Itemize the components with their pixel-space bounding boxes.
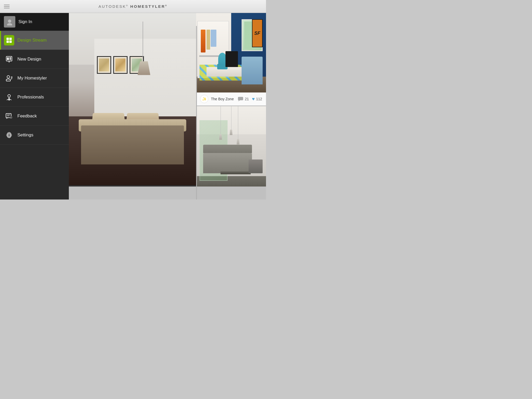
artwork-2: [113, 56, 128, 74]
artwork-group: [97, 56, 144, 74]
hamburger-line-3: [4, 8, 10, 8]
sf-giants-logo: SF: [252, 19, 262, 47]
content-area: Sign In Design Stream: [0, 13, 266, 200]
sign-in-label: Sign In: [18, 19, 32, 24]
svg-rect-29: [238, 97, 243, 100]
settings-icon: [4, 130, 14, 140]
svg-point-18: [8, 95, 10, 97]
artwork-1: [97, 56, 111, 74]
ls-pendant-shade-2: [230, 130, 232, 135]
ls-pendant-wire-3: [238, 106, 238, 139]
boy-zone-panel[interactable]: SF ✨ The Boy Zone 21: [196, 13, 266, 106]
sidebar-item-settings[interactable]: Settings: [0, 126, 69, 145]
bed-base: [81, 125, 184, 165]
boy-zone-comment-count: 21: [245, 97, 249, 101]
pendant-light-wire: [143, 22, 143, 65]
svg-rect-7: [7, 57, 9, 60]
hamburger-line-2: [4, 6, 10, 7]
ls-pendant-shade-1: [219, 134, 222, 140]
bed: [75, 104, 190, 164]
my-homestyler-label: My Homestyler: [17, 76, 47, 81]
shelf-book-2: [207, 30, 210, 49]
svg-rect-5: [9, 41, 12, 43]
feedback-svg: !: [6, 113, 12, 119]
ls-pendant-wire-1: [221, 106, 221, 134]
ls-table: [221, 171, 251, 174]
boy-zone-stats: 21 ♥ 112: [238, 96, 262, 102]
settings-label: Settings: [17, 132, 33, 138]
sign-in-header[interactable]: Sign In: [0, 13, 69, 31]
svg-point-1: [7, 23, 12, 25]
featured-design-image: [69, 13, 196, 185]
boy-zone-comment-icon: [238, 97, 243, 101]
shelf-book-3: [211, 30, 216, 46]
settings-svg: [6, 132, 12, 138]
autodesk-text: AUTODESK®: [98, 4, 130, 9]
professionals-icon: [4, 92, 14, 102]
boy-zone-like-count: 112: [256, 97, 262, 101]
sidebar-item-design-stream[interactable]: Design Stream: [0, 31, 69, 50]
my-homestyler-svg: [6, 75, 12, 82]
svg-rect-3: [9, 38, 12, 40]
featured-design-panel[interactable]: ✨ European View: Looking from the Outsid…: [69, 13, 196, 200]
ls-pendant-shade-3: [237, 139, 240, 145]
boy-zone-scene: SF: [196, 13, 266, 92]
ls-sofa-back: [203, 145, 252, 153]
sidebar: Sign In Design Stream: [0, 13, 69, 200]
svg-rect-8: [9, 57, 11, 59]
avatar: [4, 16, 15, 28]
design-stream-icon: [4, 35, 14, 45]
svg-point-0: [8, 19, 11, 23]
ls-pendant-wire-2: [231, 106, 231, 130]
design-panels: ✨ European View: Looking from the Outsid…: [69, 13, 266, 200]
svg-marker-30: [238, 100, 240, 101]
design-stream-label: Design Stream: [17, 38, 46, 43]
hamburger-line-1: [4, 5, 10, 5]
svg-point-11: [7, 76, 10, 78]
homestyler-text: HOMESTYLER®: [130, 4, 168, 9]
sidebar-item-my-homestyler[interactable]: My Homestyler: [0, 69, 69, 88]
boy-zone-title: The Boy Zone: [211, 97, 238, 101]
living-room-panel[interactable]: [196, 106, 266, 200]
new-design-label: New Design: [17, 57, 41, 62]
right-panels: SF ✨ The Boy Zone 21: [196, 13, 266, 200]
bz-monitor: [225, 51, 238, 67]
new-design-icon: [4, 54, 14, 64]
vertical-divider: [196, 26, 197, 200]
ls-sofa: [203, 153, 252, 174]
boy-zone-caption: ✨ The Boy Zone 21 ♥ 112: [196, 92, 266, 105]
living-room-scene: [196, 106, 266, 200]
svg-text:!: !: [11, 117, 11, 119]
new-design-svg: [6, 56, 12, 63]
app-title: AUTODESK® HOMESTYLER®: [98, 4, 167, 9]
svg-marker-10: [8, 62, 10, 63]
my-homestyler-icon: [4, 73, 14, 83]
top-bar: AUTODESK® HOMESTYLER®: [0, 0, 266, 13]
shelf-book-1: [201, 30, 205, 52]
feedback-label: Feedback: [17, 114, 37, 119]
svg-rect-2: [6, 38, 9, 40]
boy-zone-heart-icon: ♥: [252, 96, 255, 102]
professionals-label: Professionals: [17, 95, 44, 100]
boy-zone-like-stat: ♥ 112: [252, 96, 262, 102]
avatar-icon: [6, 18, 13, 25]
svg-point-26: [8, 134, 10, 136]
magic-wand-button-boyzone[interactable]: ✨: [200, 95, 208, 103]
sf-text: SF: [254, 31, 260, 36]
boy-zone-comment-stat: 21: [238, 97, 249, 101]
svg-rect-19: [9, 98, 10, 101]
design-stream-svg: [6, 37, 12, 43]
bedroom-scene: [69, 13, 196, 185]
svg-rect-4: [6, 41, 9, 43]
bz-bed: [242, 57, 263, 84]
sidebar-item-new-design[interactable]: New Design: [0, 50, 69, 69]
sidebar-item-feedback[interactable]: ! Feedback: [0, 107, 69, 126]
sidebar-item-professionals[interactable]: Professionals: [0, 88, 69, 107]
professionals-svg: [6, 94, 12, 101]
feedback-icon: !: [4, 111, 14, 121]
menu-button[interactable]: [4, 5, 10, 8]
ls-chair-right: [249, 159, 263, 174]
svg-rect-9: [9, 59, 11, 60]
